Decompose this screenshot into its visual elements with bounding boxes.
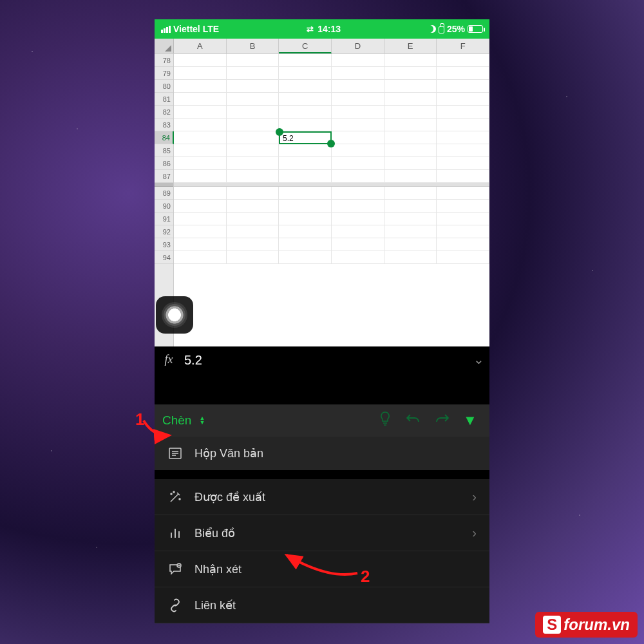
menu-item-textbox[interactable]: Hộp Văn bản bbox=[155, 437, 489, 470]
menu-item-suggested[interactable]: Được đề xuất › bbox=[155, 479, 489, 515]
chevron-down-icon[interactable]: ⌄ bbox=[473, 350, 484, 401]
dnd-icon bbox=[428, 25, 436, 33]
menu-label: Hộp Văn bản bbox=[194, 446, 263, 460]
row-header[interactable]: 91 bbox=[155, 213, 173, 225]
signal-icon bbox=[161, 26, 171, 33]
spreadsheet[interactable]: A B C D E F 78 79 80 81 82 83 84 85 86 8… bbox=[155, 39, 489, 346]
menu-item-comment[interactable]: Nhận xét bbox=[155, 551, 489, 587]
wand-icon bbox=[167, 489, 183, 505]
updown-icon: ▲▼ bbox=[199, 416, 205, 425]
menu-item-link[interactable]: Liên kết bbox=[155, 587, 489, 623]
lightbulb-icon[interactable] bbox=[374, 411, 397, 430]
watermark-text: forum.vn bbox=[564, 616, 630, 634]
ribbon-tab-selector[interactable]: Chèn ▲▼ bbox=[162, 413, 205, 428]
comment-icon bbox=[167, 562, 183, 577]
battery-icon bbox=[468, 25, 483, 33]
fx-icon[interactable]: fx bbox=[160, 350, 178, 401]
rotation-lock-icon bbox=[439, 26, 444, 33]
col-header-a[interactable]: A bbox=[174, 39, 227, 53]
row-header[interactable]: 93 bbox=[155, 238, 173, 251]
menu-label: Liên kết bbox=[194, 598, 236, 612]
col-header-e[interactable]: E bbox=[384, 39, 437, 53]
clock: 14:13 bbox=[317, 24, 341, 34]
svg-point-4 bbox=[171, 493, 172, 495]
column-headers: A B C D E F bbox=[155, 39, 489, 54]
menu-label: Được đề xuất bbox=[194, 490, 265, 504]
ribbon-toolbar: Chèn ▲▼ ▼ bbox=[155, 404, 489, 437]
chevron-right-icon: › bbox=[472, 526, 477, 540]
watermark-s: S bbox=[543, 616, 561, 634]
chevron-right-icon: › bbox=[472, 489, 477, 504]
row-header[interactable]: 92 bbox=[155, 225, 173, 238]
col-header-b[interactable]: B bbox=[227, 39, 279, 53]
insert-menu: Hộp Văn bản Được đề xuất › Biểu đồ › Nhậ… bbox=[155, 437, 489, 623]
col-header-d[interactable]: D bbox=[332, 39, 384, 53]
svg-point-6 bbox=[173, 491, 175, 493]
row-header[interactable]: 80 bbox=[155, 80, 173, 93]
selection-handle-tl[interactable] bbox=[276, 128, 283, 136]
assistive-touch[interactable] bbox=[156, 296, 193, 334]
row-header[interactable]: 87 bbox=[155, 170, 173, 183]
cell-grid[interactable]: 5.2 bbox=[174, 54, 489, 346]
hotspot-icon: ⇄ bbox=[307, 24, 314, 34]
selection-handle-br[interactable] bbox=[327, 140, 335, 147]
row-header-selected[interactable]: 84 bbox=[155, 131, 174, 144]
link-icon bbox=[167, 598, 183, 613]
textbox-icon bbox=[167, 446, 183, 461]
row-header[interactable]: 94 bbox=[155, 251, 173, 264]
collapse-icon[interactable]: ▼ bbox=[459, 412, 482, 429]
annotation-number-1: 1 bbox=[135, 410, 144, 430]
formula-bar[interactable]: fx 5.2 ⌄ bbox=[155, 346, 489, 404]
menu-label: Nhận xét bbox=[194, 562, 242, 576]
row-header[interactable]: 78 bbox=[155, 54, 173, 67]
status-bar: Viettel LTE ⇄ 14:13 25% bbox=[155, 19, 489, 39]
row-header[interactable]: 90 bbox=[155, 200, 173, 213]
battery-percent: 25% bbox=[447, 24, 465, 34]
cell-value: 5.2 bbox=[283, 134, 294, 143]
menu-label: Biểu đồ bbox=[194, 526, 235, 540]
row-header[interactable]: 81 bbox=[155, 93, 173, 106]
undo-icon[interactable] bbox=[402, 412, 425, 429]
row-header[interactable]: 83 bbox=[155, 118, 173, 131]
svg-point-5 bbox=[179, 498, 180, 500]
chart-icon bbox=[167, 526, 183, 541]
row-header[interactable]: 89 bbox=[155, 187, 173, 200]
watermark-badge: S forum.vn bbox=[535, 612, 638, 638]
ribbon-tab-label: Chèn bbox=[162, 413, 191, 428]
formula-value[interactable]: 5.2 bbox=[184, 350, 467, 401]
row-header[interactable]: 82 bbox=[155, 106, 173, 118]
col-header-c[interactable]: C bbox=[279, 39, 332, 53]
select-all-corner[interactable] bbox=[155, 39, 174, 53]
carrier-label: Viettel bbox=[173, 24, 200, 34]
network-label: LTE bbox=[203, 24, 219, 34]
menu-item-chart[interactable]: Biểu đồ › bbox=[155, 515, 489, 551]
row-header[interactable]: 79 bbox=[155, 67, 173, 80]
phone-screen: Viettel LTE ⇄ 14:13 25% A B C D E F 78 bbox=[155, 19, 489, 623]
col-header-f[interactable]: F bbox=[437, 39, 489, 53]
redo-icon[interactable] bbox=[430, 412, 453, 429]
selected-cell[interactable]: 5.2 bbox=[279, 131, 332, 144]
row-header[interactable]: 85 bbox=[155, 144, 173, 157]
row-header[interactable]: 86 bbox=[155, 157, 173, 170]
